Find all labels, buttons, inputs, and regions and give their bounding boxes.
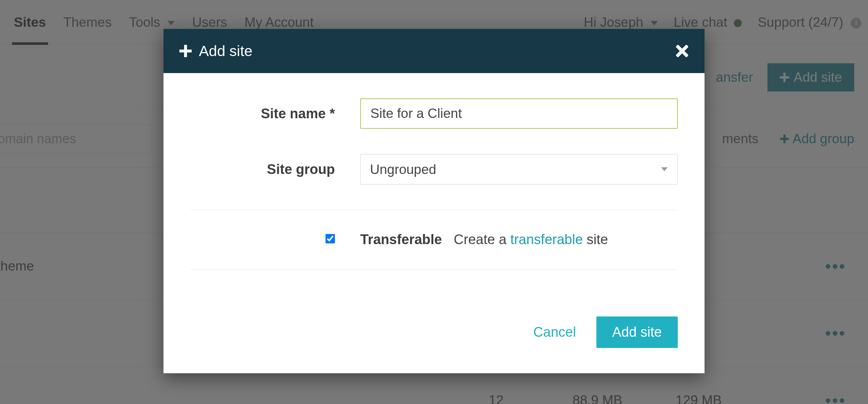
divider	[190, 210, 678, 210]
transferable-post: site	[583, 232, 608, 247]
cancel-button[interactable]: Cancel	[533, 324, 576, 340]
transferable-checkbox[interactable]	[326, 234, 335, 243]
divider	[190, 269, 678, 269]
form-row-transferable: Transferable Create a transferable site	[190, 232, 678, 247]
close-icon[interactable]	[676, 44, 689, 58]
site-group-select[interactable]: Ungrouped	[360, 154, 678, 184]
form-row-site-group: Site group Ungrouped	[190, 154, 678, 184]
modal-footer: Cancel Add site	[163, 306, 705, 373]
site-name-label: Site name *	[190, 106, 360, 122]
transferable-link[interactable]: transferable	[510, 232, 583, 247]
site-group-label: Site group	[190, 162, 360, 177]
plus-icon	[179, 45, 192, 57]
transferable-heading: Transferable	[360, 232, 442, 247]
modal-header: Add site	[163, 29, 705, 73]
transferable-pre: Create a	[454, 232, 510, 247]
site-group-select-wrap: Ungrouped	[360, 154, 678, 184]
site-name-input[interactable]	[360, 98, 678, 129]
form-row-site-name: Site name *	[190, 98, 678, 129]
add-site-submit-button[interactable]: Add site	[596, 316, 678, 348]
transferable-text: Transferable Create a transferable site	[360, 232, 678, 247]
modal-body: Site name * Site group Ungrouped	[163, 73, 705, 306]
add-site-modal: Add site Site name * Site group Ungroupe…	[163, 29, 705, 373]
modal-title: Add site	[199, 43, 252, 60]
